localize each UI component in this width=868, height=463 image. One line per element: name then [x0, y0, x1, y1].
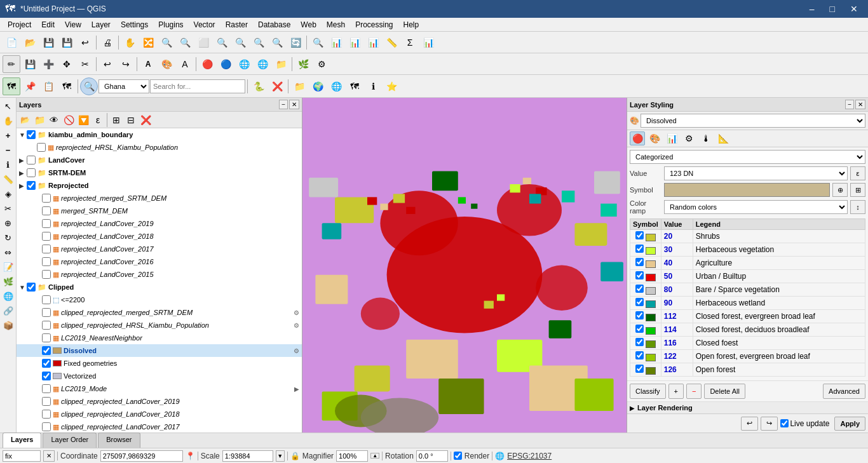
symbol-paste-button[interactable]: ⊞ — [850, 183, 865, 197]
add-vector-button[interactable]: 🔵 — [217, 55, 234, 73]
layer-lc2019-mode[interactable]: ▶ ▦ LC2019_Mode ▶ — [17, 382, 302, 395]
symbol-table-row[interactable]: 30 Herbaceous vegetation — [630, 243, 865, 257]
fix-clear-button[interactable]: ✕ — [43, 450, 55, 462]
zoom-out-button[interactable]: 🔍 — [176, 34, 194, 51]
menu-database[interactable]: Database — [253, 19, 295, 30]
zoom-selection-button[interactable]: 🔍 — [231, 34, 249, 51]
plugin2-button[interactable]: ❌ — [268, 77, 286, 95]
refresh-button[interactable]: 🔄 — [287, 34, 304, 51]
live-update-checkbox[interactable] — [780, 419, 789, 427]
zoom-layer-button[interactable]: 🔍 — [213, 34, 231, 51]
magnifier-input[interactable] — [336, 450, 368, 462]
close-button[interactable]: ✕ — [845, 3, 863, 15]
layer-kiambu-admin[interactable]: ▼ 📁 kiambu_admin_boundary — [17, 128, 302, 141]
new-project-button[interactable]: 📄 — [3, 34, 20, 51]
plugin-tool[interactable]: 📦 — [1, 318, 15, 332]
minimize-button[interactable]: – — [804, 3, 820, 15]
menu-project[interactable]: Project — [3, 19, 36, 30]
grass-button[interactable]: 🌿 — [294, 55, 312, 73]
grass-tool[interactable]: 🌿 — [1, 274, 15, 288]
zoom-in-button[interactable]: 🔍 — [158, 34, 175, 51]
layer-hrsl-checkbox[interactable] — [37, 143, 46, 152]
locate-button[interactable]: 🔍 — [80, 77, 98, 95]
undo-button[interactable]: ↩ — [98, 55, 116, 73]
add-class-button[interactable]: + — [668, 384, 684, 399]
network-tool[interactable]: 🔗 — [1, 304, 15, 318]
tab-layer-order[interactable]: Layer Order — [43, 433, 97, 448]
zoom-out-tool[interactable]: − — [1, 143, 15, 157]
symbol-table-row[interactable]: 80 Bare / Sparce vegetation — [630, 283, 865, 297]
expand-clipped-icon[interactable]: ▼ — [19, 284, 27, 291]
new-map-button[interactable]: 🗺 — [58, 77, 76, 95]
2.5d-tab[interactable]: 📐 — [715, 131, 731, 145]
save-button[interactable]: 💾 — [39, 34, 57, 51]
layer-clip-lc2019-checkbox[interactable] — [42, 397, 51, 406]
menu-raster[interactable]: Raster — [220, 19, 253, 30]
add-wfs-button[interactable]: 🌐 — [254, 55, 271, 73]
add-bookmark-button[interactable]: 📌 — [21, 77, 39, 95]
show-bookmarks-button[interactable]: 📋 — [39, 77, 57, 95]
delete-all-button[interactable]: Delete All — [704, 384, 745, 399]
layer-rep-lc2019[interactable]: ▶ ▦ reprojected_LandCover_2019 — [17, 217, 302, 230]
symbol-table-row[interactable]: 114 Closed forest, deciduos broadleaf — [630, 323, 865, 337]
vertex-tool[interactable]: ◈ — [1, 187, 15, 201]
expand-srtm-icon[interactable]: ▶ — [19, 170, 27, 177]
apply-style-button[interactable]: Apply — [834, 417, 865, 431]
show-all-layers-button[interactable]: 👁 — [47, 113, 61, 127]
split-tool[interactable]: ✂ — [1, 201, 15, 215]
layer-kiambu-checkbox[interactable] — [27, 130, 36, 139]
add-feature-button[interactable]: ➕ — [39, 55, 57, 73]
layer-rep-lc2016-checkbox[interactable] — [42, 257, 51, 266]
label-button[interactable]: A — [139, 55, 157, 73]
filter-layers-button[interactable]: 🔽 — [76, 113, 90, 127]
maximize-button[interactable]: □ — [825, 3, 840, 15]
layer-clip-lc2018-checkbox[interactable] — [42, 410, 51, 419]
redo-style-button[interactable]: ↪ — [761, 417, 778, 431]
open-layer-button[interactable]: 📂 — [18, 113, 32, 127]
layer-rep-lc2015[interactable]: ▶ ▦ reprojected_LandCover_2015 — [17, 268, 302, 281]
coordinate-input[interactable] — [100, 450, 183, 462]
layer-clip-rep-srtm[interactable]: ▶ ▦ clipped_reprojected_merged_SRTM_DEM … — [17, 306, 302, 319]
expand-layer-rendering-icon[interactable]: ▶ — [630, 405, 635, 412]
categorized-tab[interactable]: 🎨 — [647, 131, 662, 145]
symbol-row-checkbox[interactable] — [635, 285, 644, 293]
layer-landcover-group[interactable]: ▶ 📁 LandCover — [17, 154, 302, 166]
globe-tool[interactable]: 🌐 — [1, 289, 15, 303]
info-button[interactable]: ℹ — [364, 77, 382, 95]
star-button[interactable]: ⭐ — [383, 77, 400, 95]
color-ramp-select[interactable]: Random colors — [664, 200, 848, 214]
tab-browser[interactable]: Browser — [98, 433, 140, 448]
processing-toolbox-button[interactable]: ⚙ — [313, 55, 330, 73]
layer-rep-lc2018-checkbox[interactable] — [42, 232, 51, 241]
rotation-input[interactable] — [416, 450, 448, 462]
add-raster-button[interactable]: 🔴 — [198, 55, 216, 73]
move-feature-button[interactable]: ✥ — [58, 55, 76, 73]
symbol-row-checkbox[interactable] — [635, 365, 644, 373]
menu-mesh[interactable]: Mesh — [322, 19, 350, 30]
symbol-table-row[interactable]: 40 Agriculture — [630, 257, 865, 270]
rule-based-tab[interactable]: ⚙ — [681, 131, 696, 145]
location-select[interactable]: Ghana — [98, 79, 149, 93]
symbol-table-row[interactable]: 90 Herbaceous wetland — [630, 297, 865, 310]
symbol-row-checkbox[interactable] — [635, 338, 644, 346]
fix-input[interactable] — [3, 450, 41, 462]
menu-layer[interactable]: Layer — [86, 19, 116, 30]
deselect-button[interactable]: 📊 — [346, 34, 363, 51]
collapse-all-button[interactable]: ⊟ — [124, 113, 138, 127]
measure-button[interactable]: 📏 — [383, 34, 400, 51]
symbol-row-checkbox[interactable] — [635, 311, 644, 319]
search-input[interactable] — [150, 79, 245, 93]
layer-rep-lc2019-checkbox[interactable] — [42, 219, 51, 228]
layer-landcover-checkbox[interactable] — [27, 156, 36, 164]
symbol-row-checkbox[interactable] — [635, 351, 644, 359]
add-group-button[interactable]: 📁 — [32, 113, 46, 127]
pan-map-button[interactable]: 🔀 — [139, 34, 157, 51]
advanced-button[interactable]: Advanced — [823, 384, 865, 399]
rotate-tool[interactable]: ↻ — [1, 231, 15, 245]
browser-button[interactable]: 📁 — [272, 55, 290, 73]
layer-fixed-checkbox[interactable] — [42, 359, 51, 368]
layer-clip-rep-srtm-checkbox[interactable] — [42, 308, 51, 317]
select-tool[interactable]: ↖ — [1, 99, 15, 113]
map-composer-button[interactable]: 🗺 — [346, 77, 363, 95]
symbol-row-checkbox[interactable] — [635, 245, 644, 253]
